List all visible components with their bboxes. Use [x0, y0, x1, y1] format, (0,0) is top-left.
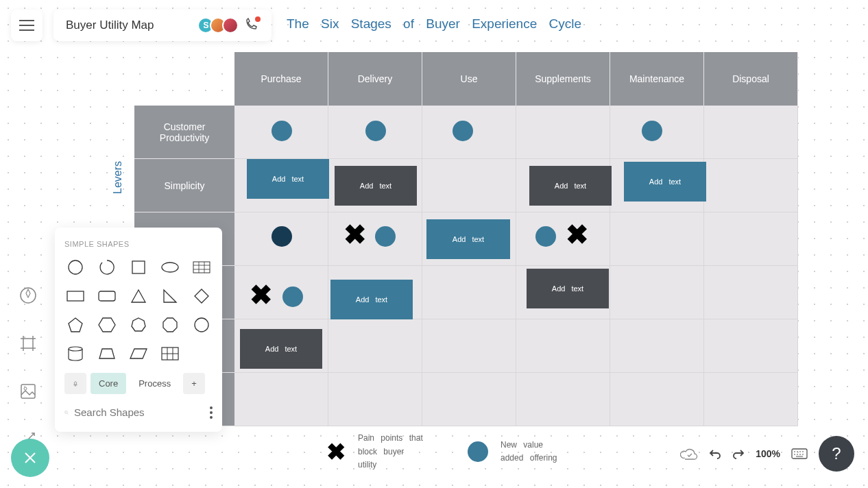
pain-point-icon[interactable]: ✖: [566, 221, 589, 248]
cell[interactable]: [704, 159, 798, 212]
offering-dot[interactable]: [282, 286, 303, 307]
cell[interactable]: [610, 212, 704, 266]
offering-dot[interactable]: [453, 121, 473, 141]
cloud-sync-icon[interactable]: [680, 447, 698, 461]
callout[interactable]: Add text: [527, 269, 609, 308]
undo-button[interactable]: [709, 448, 721, 459]
levers-axis-label: Levers: [112, 161, 124, 194]
cell[interactable]: [234, 212, 328, 266]
cell[interactable]: [328, 373, 422, 426]
menu-button[interactable]: [11, 10, 43, 41]
keyboard-icon[interactable]: [791, 448, 808, 459]
shape-square[interactable]: [128, 258, 149, 277]
tab-process[interactable]: Process: [130, 373, 179, 394]
svg-point-2: [24, 387, 27, 390]
cell[interactable]: [704, 266, 798, 319]
redo-button[interactable]: [732, 448, 745, 459]
cell[interactable]: [234, 106, 328, 159]
offering-dot[interactable]: [375, 226, 396, 247]
callout[interactable]: Add text: [624, 162, 706, 202]
cell[interactable]: [422, 373, 516, 426]
cell[interactable]: [516, 373, 610, 426]
col-maintenance: Maintenance: [610, 52, 704, 106]
cell[interactable]: [610, 373, 704, 426]
shapes-tool[interactable]: [14, 281, 43, 310]
shape-nonagon[interactable]: [191, 315, 213, 334]
svg-point-11: [69, 347, 82, 351]
help-button[interactable]: ?: [819, 436, 854, 472]
shape-triangle[interactable]: [128, 286, 149, 306]
document-title[interactable]: Buyer Utility Map: [66, 19, 154, 32]
callout[interactable]: Add text: [330, 280, 413, 319]
shape-table[interactable]: [191, 258, 213, 277]
shape-ellipse[interactable]: [159, 258, 181, 277]
more-options[interactable]: [210, 406, 213, 419]
call-button[interactable]: [244, 18, 259, 33]
cell[interactable]: [704, 106, 798, 159]
shape-octagon[interactable]: [159, 315, 181, 334]
callout[interactable]: Add text: [247, 159, 329, 199]
dark-dot[interactable]: [272, 226, 292, 247]
pain-point-icon: ✖: [326, 440, 346, 463]
callout[interactable]: Add text: [426, 219, 510, 259]
tab-core[interactable]: Core: [91, 373, 126, 394]
shape-parallelogram[interactable]: [128, 344, 149, 363]
cell[interactable]: [422, 266, 516, 319]
frame-tool[interactable]: [14, 329, 43, 358]
close-panel-button[interactable]: [11, 439, 49, 477]
callout[interactable]: Add text: [529, 166, 612, 206]
cell[interactable]: ✖: [328, 212, 422, 266]
legend-offering-label: New value added offering: [501, 439, 569, 465]
cell[interactable]: [610, 319, 704, 373]
shape-grid[interactable]: [159, 344, 181, 363]
row-productivity: Customer Productivity: [134, 106, 234, 159]
svg-rect-1: [21, 385, 35, 398]
legend-pain-label: Pain points that block buyer utility: [358, 432, 426, 472]
col-delivery: Delivery: [328, 52, 422, 106]
cell[interactable]: [704, 212, 798, 266]
cell[interactable]: [516, 106, 610, 159]
cell[interactable]: [422, 319, 516, 373]
zoom-level[interactable]: 100%: [756, 448, 780, 459]
cell[interactable]: [704, 373, 798, 426]
cell[interactable]: [422, 159, 516, 212]
shape-rounded-rect[interactable]: [96, 286, 118, 306]
offering-dot[interactable]: [535, 226, 556, 247]
search-shapes-input[interactable]: [74, 402, 204, 422]
cell[interactable]: [516, 319, 610, 373]
avatar-3[interactable]: [222, 17, 239, 34]
pin-tab[interactable]: [64, 373, 86, 394]
shape-rectangle[interactable]: [64, 286, 86, 306]
shape-right-triangle[interactable]: [159, 286, 181, 306]
collaborators: S: [202, 17, 259, 34]
pain-point-icon[interactable]: ✖: [343, 221, 367, 248]
shape-pentagon[interactable]: [64, 315, 86, 334]
cell[interactable]: [422, 106, 516, 159]
shape-hexagon[interactable]: [96, 315, 118, 334]
shape-circle[interactable]: [64, 258, 86, 277]
cell[interactable]: ✖: [234, 266, 328, 319]
tab-add[interactable]: +: [183, 373, 205, 394]
cell[interactable]: [328, 319, 422, 373]
shape-heptagon[interactable]: [128, 315, 149, 334]
callout[interactable]: Add text: [335, 166, 417, 206]
svg-rect-5: [132, 261, 145, 273]
shape-trapezoid[interactable]: [96, 344, 118, 363]
offering-dot[interactable]: [642, 121, 662, 141]
svg-point-6: [162, 263, 178, 272]
shape-cylinder[interactable]: [64, 344, 86, 363]
callout[interactable]: Add text: [240, 329, 322, 369]
cell[interactable]: [610, 106, 704, 159]
cell[interactable]: [610, 266, 704, 319]
svg-point-10: [195, 318, 208, 332]
cell[interactable]: [234, 373, 328, 426]
cell[interactable]: [704, 319, 798, 373]
shape-diamond[interactable]: [191, 286, 213, 306]
shape-arc[interactable]: [96, 258, 118, 277]
cell[interactable]: ✖: [516, 212, 610, 266]
image-tool[interactable]: [14, 377, 43, 406]
pain-point-icon[interactable]: ✖: [250, 281, 273, 308]
offering-dot[interactable]: [365, 121, 386, 141]
cell[interactable]: [328, 106, 422, 159]
offering-dot[interactable]: [272, 121, 292, 141]
